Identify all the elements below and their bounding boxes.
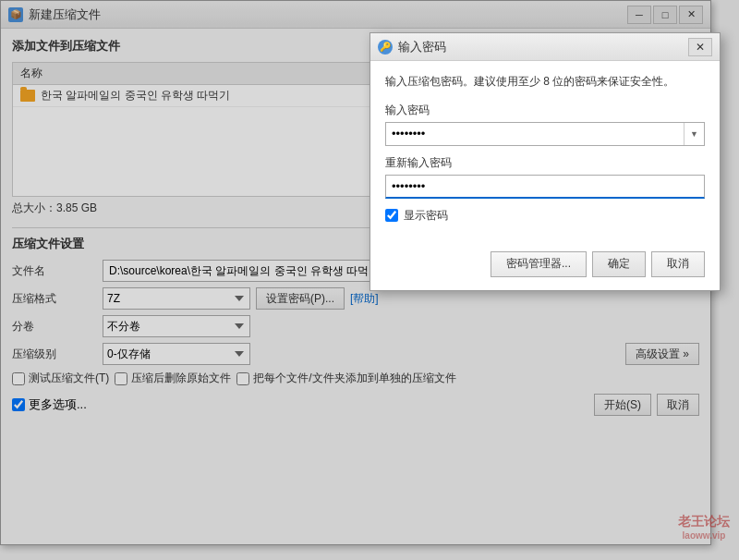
dialog-description: 输入压缩包密码。建议使用至少 8 位的密码来保证安全性。 bbox=[385, 74, 705, 90]
confirm-password-label: 重新输入密码 bbox=[385, 155, 705, 171]
dialog-title-bar: 🔑 输入密码 ✕ bbox=[370, 33, 720, 61]
password-dropdown-icon[interactable]: ▼ bbox=[684, 123, 704, 145]
confirm-password-field: 重新输入密码 bbox=[385, 155, 705, 199]
password-field-label: 输入密码 bbox=[385, 103, 705, 118]
dialog-title-icon: 🔑 bbox=[378, 40, 393, 55]
show-password-checkbox[interactable] bbox=[385, 209, 398, 222]
dialog-title-text: 输入密码 bbox=[398, 39, 688, 55]
confirm-password-input[interactable] bbox=[385, 175, 705, 199]
dialog-close-button[interactable]: ✕ bbox=[688, 38, 712, 56]
password-input-row: ▼ bbox=[385, 122, 705, 146]
confirm-button[interactable]: 确定 bbox=[592, 251, 646, 277]
password-field: 输入密码 ▼ bbox=[385, 103, 705, 146]
password-manager-button[interactable]: 密码管理器... bbox=[491, 251, 587, 277]
show-password-row: 显示密码 bbox=[385, 208, 705, 224]
show-password-label: 显示密码 bbox=[404, 208, 448, 224]
password-dialog: 🔑 输入密码 ✕ 输入压缩包密码。建议使用至少 8 位的密码来保证安全性。 输入… bbox=[370, 32, 721, 291]
dialog-body: 输入压缩包密码。建议使用至少 8 位的密码来保证安全性。 输入密码 ▼ 重新输入… bbox=[370, 61, 720, 251]
dialog-footer: 密码管理器... 确定 取消 bbox=[370, 251, 720, 290]
password-input[interactable] bbox=[386, 127, 684, 140]
dialog-cancel-button[interactable]: 取消 bbox=[651, 251, 705, 277]
